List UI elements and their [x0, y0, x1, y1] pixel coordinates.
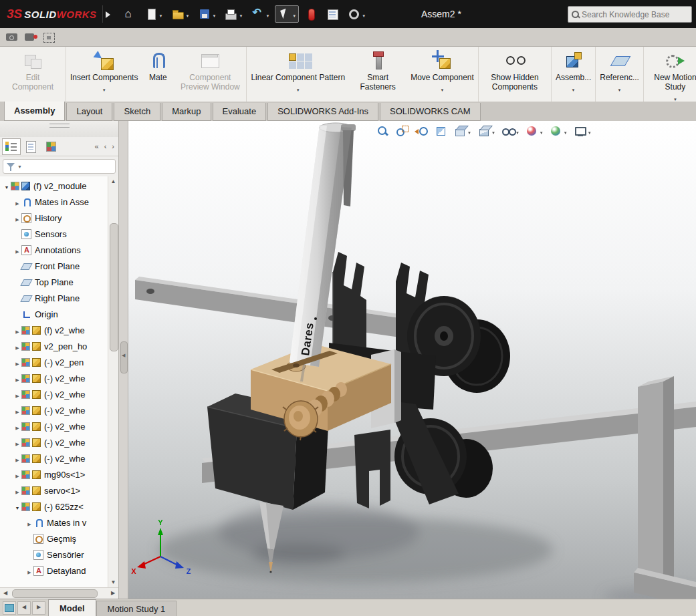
commandmanager-tab[interactable]: Evaluate — [213, 103, 267, 121]
study-nav-button[interactable] — [3, 601, 16, 615]
tree-item[interactable]: Front Plane — [0, 258, 108, 274]
titlebar-tool-button[interactable] — [344, 5, 368, 23]
search-input[interactable] — [580, 9, 677, 20]
expand-arrow-icon[interactable] — [13, 502, 21, 512]
commandmanager-tab[interactable]: Sketch — [114, 103, 160, 121]
expand-arrow-icon[interactable] — [13, 325, 21, 335]
panel-collapse-arrow-icon[interactable] — [120, 341, 128, 373]
titlebar-tool-button[interactable] — [302, 5, 320, 23]
panel-tab[interactable] — [22, 138, 41, 155]
view-tool-button[interactable] — [434, 124, 447, 138]
commandmanager-tab[interactable]: SOLIDWORKS CAM — [380, 103, 481, 121]
tree-item[interactable]: Origin — [0, 306, 108, 322]
view-tool-button[interactable] — [477, 124, 495, 138]
view-tool-button[interactable] — [415, 124, 428, 138]
ribbon-button[interactable]: Mate — [142, 47, 174, 102]
panel-tab-scroll-icon[interactable]: « — [92, 141, 102, 152]
view-tool-button[interactable] — [550, 124, 568, 138]
tree-item[interactable]: Detayland — [0, 563, 108, 579]
expand-arrow-icon[interactable] — [13, 245, 21, 255]
tree-item[interactable]: History — [0, 210, 108, 226]
expand-arrow-icon[interactable] — [13, 470, 21, 480]
ribbon-button[interactable]: Insert Components — [66, 47, 142, 102]
tree-item[interactable]: Sensörler — [0, 547, 108, 563]
commandmanager-tab[interactable]: Markup — [162, 103, 211, 121]
ribbon-button[interactable]: Assemb... — [552, 47, 596, 102]
panel-tab[interactable] — [2, 138, 21, 155]
ribbon-button[interactable]: Component Preview Window — [174, 47, 247, 102]
view-tool-button[interactable] — [395, 124, 409, 138]
tree-item[interactable]: (-) v2_whe — [0, 418, 108, 434]
tree-item[interactable]: mg90s<1> — [0, 466, 108, 482]
commandmanager-tab[interactable]: SOLIDWORKS Add-Ins — [267, 103, 378, 121]
tree-item[interactable]: Top Plane — [0, 274, 108, 290]
panel-tab-scroll-icon[interactable]: ‹ — [102, 141, 110, 152]
expand-arrow-icon[interactable] — [13, 486, 21, 496]
view-tool-button[interactable] — [501, 124, 519, 138]
tree-filter-field[interactable]: ▼ — [3, 159, 116, 174]
tree-item[interactable]: Sensors — [0, 226, 108, 242]
titlebar-tool-button[interactable] — [195, 5, 219, 23]
panel-tab-scroll-icon[interactable]: › — [109, 141, 117, 152]
tree-item[interactable]: (f) v2_module — [0, 178, 108, 194]
tree-item[interactable]: Geçmiş — [0, 530, 108, 547]
tree-item[interactable]: (-) v2_whe — [0, 434, 108, 450]
menu-expand-icon[interactable] — [102, 5, 112, 23]
study-tab[interactable]: Model — [48, 599, 96, 616]
graphics-viewport[interactable]: Dares — [128, 121, 696, 599]
ribbon-button[interactable]: Show Hidden Components — [479, 47, 552, 102]
study-tab[interactable]: Motion Study 1 — [96, 601, 177, 616]
titlebar-tool-button[interactable] — [275, 5, 299, 23]
view-tool-button[interactable] — [574, 124, 592, 138]
tree-item[interactable]: Mates in v — [0, 514, 108, 530]
tree-item[interactable]: v2_pen_ho — [0, 338, 108, 354]
expand-arrow-icon[interactable] — [13, 422, 21, 432]
view-tool-button[interactable] — [376, 124, 389, 138]
expand-arrow-icon[interactable] — [13, 341, 21, 351]
expand-arrow-icon[interactable] — [13, 373, 21, 383]
view-tool-button[interactable] — [453, 124, 471, 138]
study-nav-button[interactable]: ◀ — [17, 601, 31, 615]
expand-arrow-icon[interactable] — [13, 357, 21, 367]
tree-item[interactable]: Right Plane — [0, 290, 108, 306]
expand-arrow-icon[interactable] — [13, 438, 21, 448]
tree-item[interactable]: Mates in Asse — [0, 194, 108, 210]
panel-collapse-handle[interactable] — [0, 121, 118, 137]
scroll-left-icon[interactable]: ◀ — [0, 588, 11, 598]
titlebar-tool-button[interactable] — [221, 5, 245, 23]
scroll-right-icon[interactable]: ▶ — [108, 588, 118, 598]
tree-item[interactable]: (-) v2_whe — [0, 450, 108, 466]
tree-item[interactable]: (-) v2_whe — [0, 370, 108, 386]
tree-item[interactable]: (-) v2_whe — [0, 386, 108, 402]
tree-item[interactable]: (-) v2_whe — [0, 402, 108, 418]
ribbon-button[interactable]: Referenc... — [596, 47, 644, 102]
capture-tool-button[interactable] — [4, 30, 20, 45]
ribbon-button[interactable]: New Motion Study — [644, 47, 696, 102]
commandmanager-tab[interactable]: Layout — [66, 103, 112, 121]
expand-arrow-icon[interactable] — [3, 181, 11, 191]
titlebar-tool-button[interactable] — [168, 5, 193, 23]
capture-tool-button[interactable] — [41, 30, 57, 45]
titlebar-tool-button[interactable] — [142, 5, 166, 23]
scrollbar-thumb[interactable] — [110, 223, 118, 351]
ribbon-button[interactable]: Edit Component — [0, 47, 66, 102]
commandmanager-tab[interactable]: Assembly — [4, 102, 65, 121]
scrollbar-thumb[interactable] — [12, 589, 98, 598]
tree-horizontal-scrollbar[interactable]: ◀ ▶ — [0, 587, 118, 599]
tree-vertical-scrollbar[interactable]: ▲ ▼ — [108, 176, 118, 587]
ribbon-button[interactable]: Smart Fasteners — [349, 47, 407, 102]
ribbon-button[interactable]: Linear Component Pattern — [247, 47, 349, 102]
tree-item[interactable]: (-) 625zz< — [0, 498, 108, 514]
titlebar-tool-button[interactable] — [120, 5, 139, 23]
expand-arrow-icon[interactable] — [13, 390, 21, 400]
panel-splitter[interactable] — [119, 121, 128, 599]
expand-arrow-icon[interactable] — [25, 518, 33, 528]
panel-tab[interactable] — [42, 138, 61, 155]
tree-item[interactable]: Annotations — [0, 242, 108, 258]
titlebar-tool-button[interactable] — [323, 5, 342, 23]
tree-item[interactable]: (f) v2_whe — [0, 322, 108, 338]
view-tool-button[interactable] — [526, 124, 544, 138]
capture-tool-button[interactable] — [23, 30, 39, 45]
study-nav-button[interactable]: ▶ — [32, 601, 45, 615]
scroll-down-icon[interactable]: ▼ — [108, 577, 118, 587]
